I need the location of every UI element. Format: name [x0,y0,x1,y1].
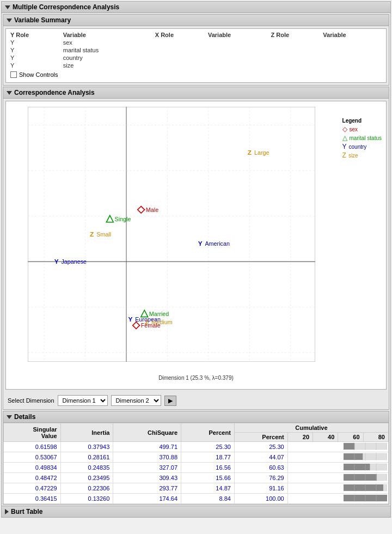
singular-value: 0.61598 [4,442,61,452]
cumulative-value: 91.16 [234,483,287,494]
cumulative-value: 76.29 [234,473,287,483]
cum-percent-header: Percent [234,433,287,442]
svg-text:American: American [205,240,230,247]
singular-header: SingularValue [4,423,61,442]
svg-rect-49 [344,453,363,460]
cumulative-value: 100.00 [234,494,287,504]
vs-row: Y country [8,54,384,62]
inertia-value: 0.28161 [60,452,113,463]
variable-summary-panel: Variable Summary Y Role Variable X Role … [3,14,389,86]
percent-value: 8.84 [181,494,235,504]
ca-collapse-icon[interactable] [7,91,12,95]
details-row: 0.47229 0.22306 293.77 14.87 91.16 [4,483,389,494]
xrole-header: X Role [153,31,206,39]
bar-cell [287,452,388,463]
percent-value: 25.30 [181,442,235,452]
svg-text:Y: Y [54,258,59,265]
vs-title: Variable Summary [14,16,71,24]
cumulative-header: Cumulative [234,423,388,433]
details-row: 0.53067 0.28161 370.88 18.77 44.07 [4,452,389,463]
show-controls-checkbox[interactable] [10,71,17,78]
details-content: SingularValue Inertia ChiSquare Percent … [3,423,389,504]
yvariable-header: Variable [61,31,153,39]
inertia-header: Inertia [60,423,113,442]
dimension-arrow-button[interactable]: ▶ [164,396,176,406]
legend-symbol: ◇ [342,125,347,133]
details-table: SingularValue Inertia ChiSquare Percent … [3,423,389,504]
legend-symbol: △ [342,134,347,142]
vs-row: Y size [8,62,384,69]
chisquare-value: 309.43 [113,473,181,483]
bar-cell [287,473,388,483]
chisquare-header: ChiSquare [113,423,181,442]
details-row: 0.49834 0.24835 327.07 16.56 60.63 [4,463,389,473]
inertia-value: 0.22306 [60,483,113,494]
legend-label: country [349,144,367,150]
details-panel: Details SingularValue Inertia ChiSquare … [3,411,389,505]
vs-variable: size [61,62,153,69]
inertia-value: 0.13260 [60,494,113,504]
burt-table-expand-icon[interactable] [5,509,9,514]
vs-role: Y [8,54,61,62]
percent-value: 14.87 [181,483,235,494]
vs-role: Y [8,46,61,54]
collapse-icon[interactable] [5,5,10,9]
chisquare-value: 174.64 [113,494,181,504]
svg-text:Z: Z [145,318,149,325]
cumulative-value: 44.07 [234,452,287,463]
bar-chart-cell [344,474,387,481]
ca-title: Correspondence Analysis [14,89,95,96]
bar-40-header: 40 [313,433,338,442]
bar-cell [287,483,388,494]
bar-80-header: 80 [363,433,388,442]
dimension1-select[interactable]: Dimension 1 Dimension 2 Dimension 3 [58,395,108,406]
legend-item: ◇ sex [342,125,382,133]
legend-item: Z size [342,151,382,159]
plot-legend: Legend ◇ sex△ marital statusY countryZ s… [342,118,382,160]
inertia-value: 0.23495 [60,473,113,483]
variable-summary-content: Y Role Variable X Role Variable Z Role V… [5,28,387,83]
main-panel: Multiple Correspondence Analysis Variabl… [1,1,391,518]
show-controls-row: Show Controls [8,69,384,80]
main-panel-header: Multiple Correspondence Analysis [2,2,390,13]
show-controls-label: Show Controls [19,71,58,78]
plot-container: Dimension 2 (18.8 %, λ=0.282) -1.0-0.50.… [5,101,387,390]
svg-text:Male: Male [146,207,158,213]
legend-label: sex [350,126,358,132]
singular-value: 0.48472 [4,473,61,483]
svg-text:Large: Large [254,149,270,156]
chisquare-value: 327.07 [113,463,181,473]
svg-text:Japanese: Japanese [61,258,87,265]
burt-table-header[interactable]: Burt Table [2,506,390,517]
dimension2-select[interactable]: Dimension 1 Dimension 2 Dimension 3 [111,395,161,406]
bar-chart-cell [344,463,387,471]
bar-chart-cell [344,484,387,491]
svg-text:Single: Single [114,216,131,222]
variable-summary-header: Variable Summary [3,15,389,26]
vs-variable: sex [61,39,153,46]
details-row: 0.36415 0.13260 174.64 8.84 100.00 [4,494,389,504]
svg-text:Small: Small [96,231,111,238]
select-dimension-label: Select Dimension [8,397,54,404]
xvariable-header: Variable [206,31,269,39]
svg-rect-54 [344,464,370,470]
singular-value: 0.47229 [4,483,61,494]
legend-item: △ marital status [342,134,382,142]
inertia-value: 0.37943 [60,442,113,452]
svg-text:Y: Y [198,240,203,247]
scatter-plot[interactable]: -1.0-0.50.00.51.01.52.0-1.0-0.50.00.51.0… [28,107,315,362]
zrole-header: Z Role [269,31,321,39]
vs-table: Y Role Variable X Role Variable Z Role V… [8,31,384,69]
chisquare-value: 293.77 [113,483,181,494]
inertia-value: 0.24835 [60,463,113,473]
singular-value: 0.53067 [4,452,61,463]
details-collapse-icon[interactable] [7,415,12,419]
details-row: 0.61598 0.37943 499.71 25.30 25.30 [4,442,389,452]
chisquare-value: 370.88 [113,452,181,463]
vs-collapse-icon[interactable] [7,19,12,22]
percent-value: 16.56 [181,463,235,473]
bar-20-header: 20 [287,433,313,442]
singular-value: 0.49834 [4,463,61,473]
percent-value: 15.66 [181,473,235,483]
svg-text:Z: Z [248,149,252,156]
